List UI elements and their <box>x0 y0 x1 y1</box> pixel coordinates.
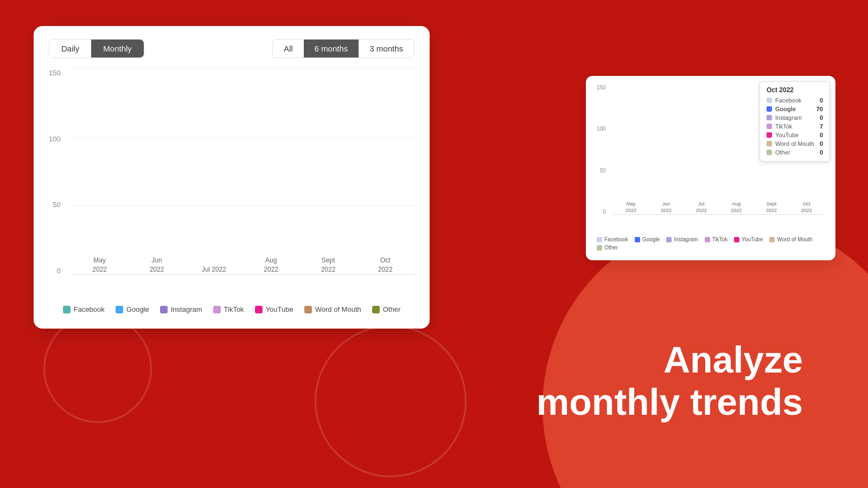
legend-dot-google <box>116 306 123 313</box>
tooltip-label-other: Other <box>775 149 816 156</box>
tooltip-row-wom: Word of Mouth 0 <box>767 139 823 148</box>
small-legend-dot-facebook <box>597 237 602 242</box>
main-chart-area: 150 100 50 0 May2022 <box>71 69 414 297</box>
tooltip-label-instagram: Instagram <box>775 114 816 121</box>
tooltip-value-youtube: 0 <box>820 132 823 138</box>
six-months-filter[interactable]: 6 months <box>304 40 359 57</box>
tooltip-value-google: 70 <box>816 106 823 112</box>
tooltip-dot-other <box>767 150 772 155</box>
tooltip-label-wom: Word of Mouth <box>775 140 816 147</box>
small-legend-dot-wom <box>769 237 775 242</box>
small-legend-google: Google <box>635 236 660 242</box>
small-legend-dot-tiktok <box>705 237 710 242</box>
tooltip-row-other: Other 0 <box>767 148 823 157</box>
daily-toggle[interactable]: Daily <box>49 40 91 57</box>
y-axis: 150 100 50 0 <box>49 69 64 275</box>
bar-group-jun2022: Jun2022 <box>133 252 180 274</box>
bar-group-oct2022: Oct2022 <box>362 252 409 274</box>
y-label-0: 0 <box>56 267 60 275</box>
bg-circle-1 <box>43 314 152 423</box>
three-months-filter[interactable]: 3 months <box>359 40 414 57</box>
grid-line-top <box>71 68 414 69</box>
small-chart-card: Oct 2022 Facebook 0 Google 70 Instagram … <box>586 76 835 260</box>
tooltip-row-facebook: Facebook 0 <box>767 96 823 105</box>
legend-dot-other <box>372 306 380 313</box>
legend-label-facebook: Facebook <box>74 305 105 313</box>
tooltip-label-tiktok: TikTok <box>775 123 816 130</box>
tooltip-label-facebook: Facebook <box>775 97 816 104</box>
legend-instagram: Instagram <box>160 305 202 313</box>
small-bar-label-sept: Sept2022 <box>766 201 777 214</box>
small-bar-group-jun: Jun2022 <box>652 198 681 214</box>
small-legend-label-google: Google <box>642 236 660 242</box>
headline: Analyze monthly trends <box>537 338 803 423</box>
small-legend-other: Other <box>597 245 618 251</box>
tooltip-label-google: Google <box>775 106 813 112</box>
small-y-label-150: 150 <box>597 85 606 91</box>
grid-lines <box>71 69 414 274</box>
small-legend-label-youtube: YouTube <box>742 236 763 242</box>
view-toggle-group: Daily Monthly <box>49 39 144 58</box>
small-legend-wom: Word of Mouth <box>769 236 812 242</box>
chart-inner: May2022 Jun2022 Jul 2022 <box>71 69 414 275</box>
tooltip-row-youtube: YouTube 0 <box>767 131 823 139</box>
small-bar-label-jun: Jun2022 <box>661 201 672 214</box>
bar-group-jul2022: Jul 2022 <box>190 261 238 274</box>
bar-label-jun2022: Jun2022 <box>150 256 164 274</box>
small-legend: Facebook Google Instagram TikTok YouTube… <box>597 236 825 251</box>
small-bar-label-may: May2022 <box>626 201 636 214</box>
legend-dot-youtube <box>255 306 263 313</box>
legend-label-other: Other <box>383 305 401 313</box>
small-legend-dot-youtube <box>734 237 739 242</box>
grid-line-100 <box>71 206 414 206</box>
y-label-100: 100 <box>49 135 61 143</box>
small-legend-label-facebook: Facebook <box>604 236 628 242</box>
legend-dot-facebook <box>63 306 71 313</box>
tooltip-dot-instagram <box>767 115 772 120</box>
tooltip-title: Oct 2022 <box>767 86 823 94</box>
all-filter[interactable]: All <box>273 40 304 57</box>
grid-line-150 <box>71 137 414 138</box>
small-legend-dot-other <box>597 245 602 251</box>
bar-label-may2022: May2022 <box>92 256 107 274</box>
monthly-toggle[interactable]: Monthly <box>91 40 144 57</box>
legend-youtube: YouTube <box>255 305 293 313</box>
tooltip-value-instagram: 0 <box>820 114 823 121</box>
tooltip-row-google: Google 70 <box>767 105 823 113</box>
legend-other: Other <box>372 305 401 313</box>
small-bar-group-jul: Jul2022 <box>686 198 716 214</box>
small-y-label-50: 50 <box>600 168 606 174</box>
tooltip-dot-facebook <box>767 98 772 103</box>
main-legend: Facebook Google Instagram TikTok YouTube… <box>49 305 414 313</box>
small-legend-instagram: Instagram <box>666 236 698 242</box>
small-bar-label-aug: Aug2022 <box>731 201 742 214</box>
small-legend-dot-google <box>635 237 640 242</box>
y-label-150: 150 <box>49 69 61 77</box>
filter-group: All 6 months 3 months <box>272 39 414 58</box>
tooltip-dot-tiktok <box>767 124 772 129</box>
legend-facebook: Facebook <box>63 305 105 313</box>
small-legend-youtube: YouTube <box>734 236 763 242</box>
legend-label-tiktok: TikTok <box>224 305 244 313</box>
legend-label-instagram: Instagram <box>171 305 202 313</box>
bar-label-aug2022: Aug2022 <box>264 256 278 274</box>
legend-label-google: Google <box>126 305 149 313</box>
tooltip-value-tiktok: 7 <box>820 123 823 130</box>
small-bar-group-oct: Oct2022 <box>792 198 821 214</box>
small-bar-label-oct: Oct2022 <box>801 201 812 214</box>
small-bar-group-may: May2022 <box>616 198 646 214</box>
main-chart-card: Daily Monthly All 6 months 3 months 150 … <box>34 26 430 329</box>
bar-group-aug2022: Aug2022 <box>247 252 295 274</box>
tooltip-box: Oct 2022 Facebook 0 Google 70 Instagram … <box>760 81 830 162</box>
tooltip-dot-youtube <box>767 132 772 138</box>
legend-label-youtube: YouTube <box>266 305 293 313</box>
legend-tiktok: TikTok <box>213 305 244 313</box>
bar-group-may2022: May2022 <box>76 252 123 274</box>
legend-wom: Word of Mouth <box>304 305 361 313</box>
bg-circle-2 <box>315 325 467 477</box>
small-legend-dot-instagram <box>666 237 672 242</box>
small-legend-label-other: Other <box>604 245 618 251</box>
small-y-axis: 150 100 50 0 <box>597 85 608 215</box>
small-bar-label-jul: Jul2022 <box>696 201 707 214</box>
bar-label-oct2022: Oct2022 <box>378 256 393 274</box>
